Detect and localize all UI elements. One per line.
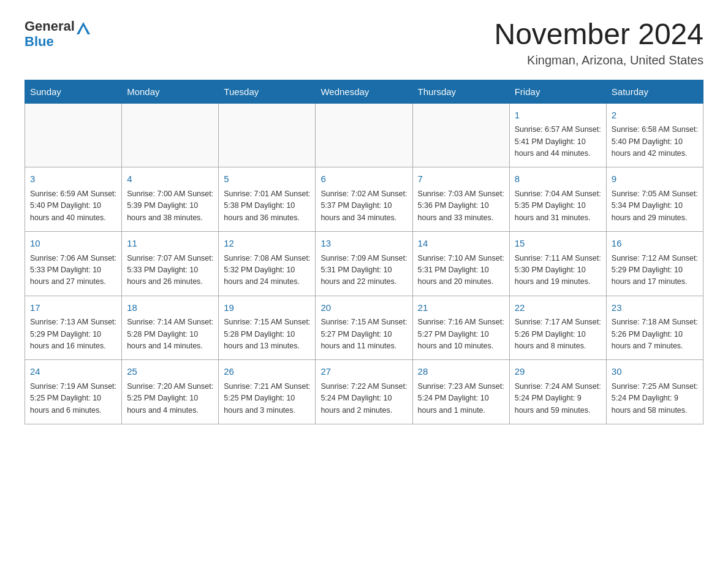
table-row: 12Sunrise: 7:08 AM Sunset: 5:32 PM Dayli… — [219, 232, 316, 296]
day-info: Sunrise: 7:06 AM Sunset: 5:33 PM Dayligh… — [30, 253, 116, 288]
day-info: Sunrise: 7:03 AM Sunset: 5:36 PM Dayligh… — [418, 188, 504, 224]
day-number: 30 — [612, 365, 698, 379]
day-info: Sunrise: 7:12 AM Sunset: 5:29 PM Dayligh… — [612, 253, 698, 288]
day-info: Sunrise: 7:08 AM Sunset: 5:32 PM Dayligh… — [224, 253, 310, 288]
day-number: 19 — [224, 301, 310, 315]
day-info: Sunrise: 6:58 AM Sunset: 5:40 PM Dayligh… — [612, 124, 698, 159]
table-row: 23Sunrise: 7:18 AM Sunset: 5:26 PM Dayli… — [606, 296, 703, 360]
day-number: 23 — [612, 301, 698, 315]
table-row: 13Sunrise: 7:09 AM Sunset: 5:31 PM Dayli… — [316, 232, 412, 296]
col-thursday: Thursday — [412, 80, 509, 103]
calendar-week-row: 17Sunrise: 7:13 AM Sunset: 5:29 PM Dayli… — [25, 296, 703, 360]
logo-blue: Blue — [25, 34, 54, 49]
day-info: Sunrise: 7:25 AM Sunset: 5:24 PM Dayligh… — [612, 381, 698, 416]
logo-arrow-icon — [77, 22, 90, 34]
day-info: Sunrise: 7:13 AM Sunset: 5:29 PM Dayligh… — [30, 316, 116, 352]
col-sunday: Sunday — [25, 80, 122, 103]
day-info: Sunrise: 7:00 AM Sunset: 5:39 PM Dayligh… — [127, 188, 213, 224]
table-row: 25Sunrise: 7:20 AM Sunset: 5:25 PM Dayli… — [122, 360, 219, 424]
logo-general: General — [25, 18, 75, 34]
day-number: 26 — [224, 365, 310, 379]
col-saturday: Saturday — [606, 80, 703, 103]
table-row: 19Sunrise: 7:15 AM Sunset: 5:28 PM Dayli… — [219, 296, 316, 360]
col-monday: Monday — [122, 80, 219, 103]
day-number: 22 — [515, 301, 601, 315]
day-info: Sunrise: 7:15 AM Sunset: 5:28 PM Dayligh… — [224, 316, 310, 352]
day-number: 18 — [127, 301, 213, 315]
day-info: Sunrise: 7:15 AM Sunset: 5:27 PM Dayligh… — [320, 316, 407, 352]
day-info: Sunrise: 6:59 AM Sunset: 5:40 PM Dayligh… — [30, 188, 116, 224]
location-title: Kingman, Arizona, United States — [494, 53, 703, 67]
table-row — [316, 103, 412, 167]
day-number: 13 — [320, 237, 407, 251]
day-number: 10 — [30, 237, 116, 251]
day-number: 11 — [127, 237, 213, 251]
day-number: 28 — [418, 365, 504, 379]
month-title: November 2024 — [494, 18, 703, 51]
day-number: 12 — [224, 237, 310, 251]
day-number: 25 — [127, 365, 213, 379]
table-row: 11Sunrise: 7:07 AM Sunset: 5:33 PM Dayli… — [122, 232, 219, 296]
table-row: 1Sunrise: 6:57 AM Sunset: 5:41 PM Daylig… — [509, 103, 606, 167]
day-info: Sunrise: 7:11 AM Sunset: 5:30 PM Dayligh… — [515, 253, 601, 288]
day-info: Sunrise: 6:57 AM Sunset: 5:41 PM Dayligh… — [515, 124, 601, 159]
col-tuesday: Tuesday — [219, 80, 316, 103]
col-wednesday: Wednesday — [316, 80, 412, 103]
day-number: 3 — [30, 172, 116, 186]
day-number: 14 — [418, 237, 504, 251]
table-row — [412, 103, 509, 167]
day-number: 4 — [127, 172, 213, 186]
day-info: Sunrise: 7:16 AM Sunset: 5:27 PM Dayligh… — [418, 316, 504, 352]
day-number: 24 — [30, 365, 116, 379]
day-info: Sunrise: 7:23 AM Sunset: 5:24 PM Dayligh… — [418, 381, 504, 416]
day-info: Sunrise: 7:09 AM Sunset: 5:31 PM Dayligh… — [320, 253, 407, 288]
day-info: Sunrise: 7:07 AM Sunset: 5:33 PM Dayligh… — [127, 253, 213, 288]
calendar-week-row: 10Sunrise: 7:06 AM Sunset: 5:33 PM Dayli… — [25, 232, 703, 296]
day-info: Sunrise: 7:04 AM Sunset: 5:35 PM Dayligh… — [515, 188, 601, 224]
calendar-week-row: 3Sunrise: 6:59 AM Sunset: 5:40 PM Daylig… — [25, 167, 703, 232]
day-number: 27 — [320, 365, 407, 379]
table-row: 8Sunrise: 7:04 AM Sunset: 5:35 PM Daylig… — [509, 167, 606, 232]
day-info: Sunrise: 7:18 AM Sunset: 5:26 PM Dayligh… — [612, 316, 698, 352]
day-info: Sunrise: 7:02 AM Sunset: 5:37 PM Dayligh… — [320, 188, 407, 224]
table-row: 18Sunrise: 7:14 AM Sunset: 5:28 PM Dayli… — [122, 296, 219, 360]
day-info: Sunrise: 7:17 AM Sunset: 5:26 PM Dayligh… — [515, 316, 601, 352]
day-number: 20 — [320, 301, 407, 315]
day-number: 5 — [224, 172, 310, 186]
table-row: 9Sunrise: 7:05 AM Sunset: 5:34 PM Daylig… — [606, 167, 703, 232]
col-friday: Friday — [509, 80, 606, 103]
day-number: 7 — [418, 172, 504, 186]
table-row: 21Sunrise: 7:16 AM Sunset: 5:27 PM Dayli… — [412, 296, 509, 360]
table-row — [25, 103, 122, 167]
day-number: 21 — [418, 301, 504, 315]
logo: General Blue — [25, 18, 90, 50]
table-row — [219, 103, 316, 167]
page-header: General Blue November 2024 Kingman, Ariz… — [25, 18, 703, 67]
table-row: 2Sunrise: 6:58 AM Sunset: 5:40 PM Daylig… — [606, 103, 703, 167]
table-row: 29Sunrise: 7:24 AM Sunset: 5:24 PM Dayli… — [509, 360, 606, 424]
table-row: 24Sunrise: 7:19 AM Sunset: 5:25 PM Dayli… — [25, 360, 122, 424]
table-row: 3Sunrise: 6:59 AM Sunset: 5:40 PM Daylig… — [25, 167, 122, 232]
table-row: 6Sunrise: 7:02 AM Sunset: 5:37 PM Daylig… — [316, 167, 412, 232]
table-row — [122, 103, 219, 167]
table-row: 30Sunrise: 7:25 AM Sunset: 5:24 PM Dayli… — [606, 360, 703, 424]
table-row: 17Sunrise: 7:13 AM Sunset: 5:29 PM Dayli… — [25, 296, 122, 360]
table-row: 7Sunrise: 7:03 AM Sunset: 5:36 PM Daylig… — [412, 167, 509, 232]
table-row: 15Sunrise: 7:11 AM Sunset: 5:30 PM Dayli… — [509, 232, 606, 296]
day-number: 1 — [515, 109, 601, 123]
day-number: 29 — [515, 365, 601, 379]
day-number: 8 — [515, 172, 601, 186]
day-number: 16 — [612, 237, 698, 251]
day-number: 6 — [320, 172, 407, 186]
day-info: Sunrise: 7:21 AM Sunset: 5:25 PM Dayligh… — [224, 381, 310, 416]
day-info: Sunrise: 7:10 AM Sunset: 5:31 PM Dayligh… — [418, 253, 504, 288]
table-row: 22Sunrise: 7:17 AM Sunset: 5:26 PM Dayli… — [509, 296, 606, 360]
day-number: 15 — [515, 237, 601, 251]
title-block: November 2024 Kingman, Arizona, United S… — [494, 18, 703, 67]
table-row: 28Sunrise: 7:23 AM Sunset: 5:24 PM Dayli… — [412, 360, 509, 424]
day-info: Sunrise: 7:20 AM Sunset: 5:25 PM Dayligh… — [127, 381, 213, 416]
table-row: 26Sunrise: 7:21 AM Sunset: 5:25 PM Dayli… — [219, 360, 316, 424]
calendar-header-row: Sunday Monday Tuesday Wednesday Thursday… — [25, 80, 703, 103]
day-info: Sunrise: 7:01 AM Sunset: 5:38 PM Dayligh… — [224, 188, 310, 224]
day-number: 2 — [612, 109, 698, 123]
